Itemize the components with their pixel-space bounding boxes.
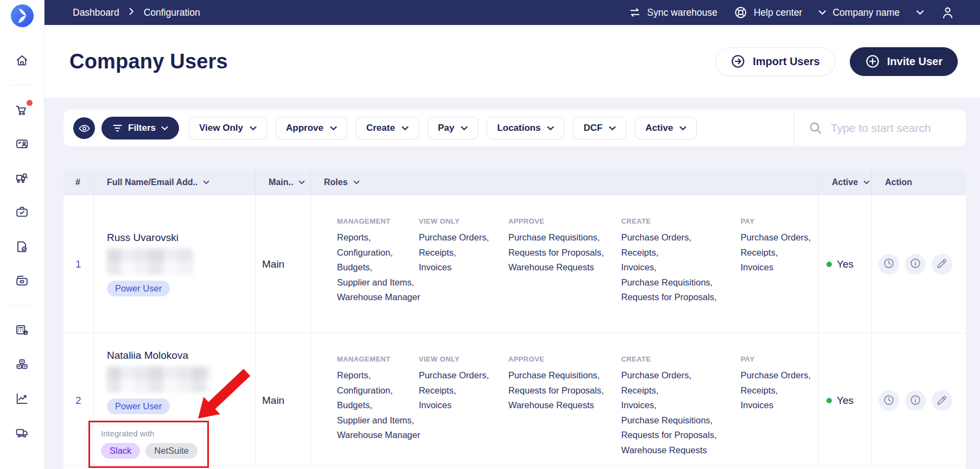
chevron-down-icon bbox=[461, 126, 468, 131]
history-clock-button[interactable] bbox=[879, 254, 899, 275]
active-status-dot bbox=[826, 262, 832, 267]
info-button[interactable] bbox=[905, 390, 926, 411]
role-item: Invoices bbox=[741, 398, 811, 413]
notification-dot bbox=[27, 100, 33, 106]
user-profile-icon[interactable] bbox=[940, 5, 955, 20]
role-item: Purchase Requisitions, bbox=[508, 230, 614, 245]
invite-user-button[interactable]: Invite User bbox=[850, 47, 958, 76]
column-header-name-label: Full Name/Email Add.. bbox=[107, 178, 198, 187]
role-item: Budgets, bbox=[337, 398, 411, 413]
table-body: 1 Russ Uvarovski Power User Main MANAGEM… bbox=[63, 195, 966, 465]
help-center-button[interactable]: Help center bbox=[734, 5, 803, 20]
sidebar-item-requests-briefcase[interactable] bbox=[11, 201, 33, 223]
edit-pencil-button[interactable] bbox=[932, 390, 952, 411]
column-header-active[interactable]: Active bbox=[818, 169, 871, 195]
filter-dropdown-view-only[interactable]: View Only bbox=[189, 117, 267, 140]
filter-dropdown-pay[interactable]: Pay bbox=[428, 117, 478, 140]
column-header-index: # bbox=[63, 169, 93, 195]
sidebar-nav bbox=[0, 28, 44, 443]
role-group-label: APPROVE bbox=[508, 355, 614, 363]
role-item: Warehouse Requests bbox=[508, 398, 614, 413]
edit-pencil-icon bbox=[936, 394, 948, 408]
sidebar-item-analytics-chart[interactable] bbox=[11, 388, 33, 409]
role-item: Purchase Orders, bbox=[741, 230, 811, 245]
active-status-text: Yes bbox=[837, 258, 854, 270]
column-header-name[interactable]: Full Name/Email Add.. bbox=[93, 169, 255, 195]
role-item: Requests for Proposals, bbox=[621, 290, 733, 305]
import-users-button[interactable]: Import Users bbox=[715, 47, 835, 76]
role-item: Invoices bbox=[741, 260, 811, 275]
role-group-pay: PAYPurchase Orders,Receipts,Invoices bbox=[741, 217, 818, 275]
users-table: # Full Name/Email Add.. Main.. Roles Act… bbox=[63, 169, 966, 469]
filter-dropdown-locations[interactable]: Locations bbox=[487, 117, 564, 140]
role-item: Warehouse Manager bbox=[337, 428, 411, 443]
chevron-down-icon[interactable] bbox=[916, 10, 924, 15]
user-full-name: Nataliia Molokova bbox=[107, 350, 188, 362]
column-header-roles-label: Roles bbox=[324, 178, 348, 187]
filter-dropdown-label: DCF bbox=[583, 123, 602, 134]
role-group-label: VIEW ONLY bbox=[419, 217, 501, 225]
sidebar-item-budgets-calculator[interactable] bbox=[11, 319, 33, 341]
redacted-email bbox=[107, 366, 211, 392]
sidebar-divider bbox=[11, 85, 34, 85]
role-item: Purchase Orders, bbox=[419, 230, 501, 245]
header-buttons: Import Users Invite User bbox=[715, 47, 958, 76]
sidebar-item-track-orders[interactable] bbox=[11, 167, 33, 189]
role-group-view-only: VIEW ONLYPurchase Orders,Receipts,Invoic… bbox=[419, 217, 508, 275]
lifebuoy-icon bbox=[734, 5, 748, 20]
column-header-roles[interactable]: Roles bbox=[310, 169, 818, 195]
chevron-down-icon bbox=[161, 126, 168, 131]
content-area: Filters View OnlyApproveCreatePayLocatio… bbox=[44, 98, 980, 469]
filters-button[interactable]: Filters bbox=[101, 117, 179, 140]
filter-dropdown-label: Approve bbox=[286, 123, 323, 134]
app-logo-icon[interactable] bbox=[10, 4, 34, 28]
funnel-icon bbox=[112, 124, 123, 132]
column-header-main[interactable]: Main.. bbox=[255, 169, 310, 195]
integration-highlight-box: Integrated withSlackNetSuite bbox=[88, 421, 209, 468]
sidebar-item-orders-cart[interactable] bbox=[11, 99, 33, 121]
actions-cell bbox=[871, 333, 966, 468]
sync-warehouse-button[interactable]: Sync warehouse bbox=[628, 6, 717, 19]
history-clock-button[interactable] bbox=[879, 390, 899, 411]
column-header-active-label: Active bbox=[832, 178, 858, 187]
sidebar-item-documents-check[interactable] bbox=[11, 236, 33, 257]
sidebar-item-items-boxes[interactable] bbox=[11, 353, 33, 375]
sidebar-item-payments-wallet[interactable] bbox=[11, 270, 33, 291]
filter-dropdown-dcf[interactable]: DCF bbox=[573, 117, 626, 140]
user-name-cell: Nataliia Molokova Power User Integrated … bbox=[93, 333, 255, 468]
chevron-down-icon bbox=[547, 126, 554, 131]
breadcrumb-configuration[interactable]: Configuration bbox=[144, 7, 200, 18]
integrated-with-label: Integrated with bbox=[101, 429, 198, 438]
company-menu[interactable]: Company name bbox=[818, 7, 900, 18]
search-input[interactable] bbox=[830, 121, 958, 135]
filter-dropdown-active[interactable]: Active bbox=[635, 117, 697, 140]
breadcrumb: Dashboard Configuration bbox=[73, 7, 200, 18]
user-name-cell: Russ Uvarovski Power User bbox=[93, 195, 255, 333]
sidebar-item-home[interactable] bbox=[11, 49, 33, 71]
company-name-label: Company name bbox=[832, 7, 900, 18]
edit-pencil-button[interactable] bbox=[932, 254, 952, 275]
role-group-label: CREATE bbox=[621, 217, 733, 225]
visibility-toggle-button[interactable] bbox=[73, 117, 95, 139]
role-item: Purchase Orders, bbox=[621, 230, 733, 245]
user-full-name: Russ Uvarovski bbox=[107, 232, 179, 244]
filter-dropdown-approve[interactable]: Approve bbox=[276, 117, 347, 140]
integration-badge-netsuite: NetSuite bbox=[145, 443, 197, 459]
sidebar-item-warehouse-truck[interactable] bbox=[11, 422, 33, 443]
info-button[interactable] bbox=[905, 254, 926, 275]
integration-badge-slack: Slack bbox=[101, 443, 140, 459]
role-item: Supplier and Items, bbox=[337, 275, 411, 290]
topbar-right: Sync warehouse Help center Company name bbox=[628, 5, 955, 20]
role-group-view-only: VIEW ONLYPurchase Orders,Receipts,Invoic… bbox=[419, 355, 508, 413]
sync-icon bbox=[628, 6, 641, 19]
breadcrumb-dashboard[interactable]: Dashboard bbox=[73, 7, 119, 18]
main-location-cell: Main bbox=[255, 195, 310, 333]
filter-dropdown-label: Locations bbox=[497, 123, 540, 134]
role-item: Receipts, bbox=[419, 245, 501, 261]
role-item: Purchase Requisitions, bbox=[508, 368, 614, 383]
role-group-create: CREATEPurchase Orders,Receipts,Invoices,… bbox=[621, 217, 741, 305]
sort-chevron-icon bbox=[298, 180, 305, 185]
filter-dropdown-create[interactable]: Create bbox=[356, 117, 419, 140]
sidebar-item-approvals[interactable] bbox=[11, 133, 33, 155]
role-item: Receipts, bbox=[741, 383, 811, 398]
